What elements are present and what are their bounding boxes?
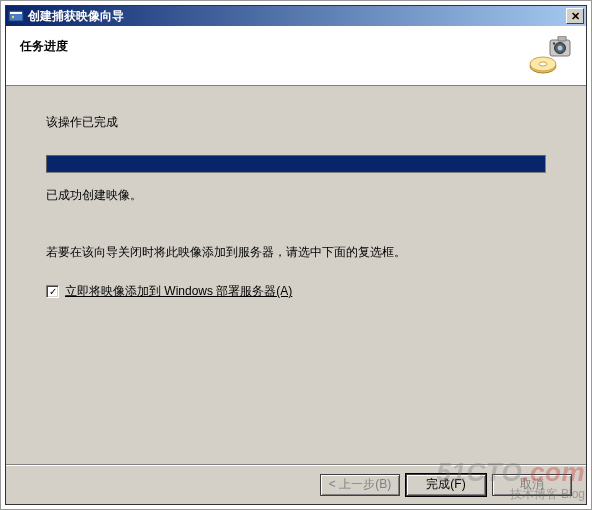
app-icon <box>8 8 24 24</box>
camera-cd-icon <box>528 36 572 76</box>
svg-point-2 <box>12 16 14 18</box>
progress-fill <box>47 156 545 172</box>
svg-point-9 <box>558 46 563 51</box>
success-message: 已成功创建映像。 <box>46 187 546 204</box>
finish-button[interactable]: 完成(F) <box>406 474 486 496</box>
header-panel: 任务进度 <box>6 26 586 86</box>
checkbox-label[interactable]: 立即将映像添加到 Windows 部署服务器(A) <box>65 283 292 300</box>
operation-status: 该操作已完成 <box>46 114 546 131</box>
window-title: 创建捕获映像向导 <box>28 8 566 25</box>
page-title: 任务进度 <box>20 38 68 55</box>
svg-rect-1 <box>10 12 22 14</box>
progress-bar <box>46 155 546 173</box>
cancel-button: 取消 <box>492 474 572 496</box>
svg-rect-7 <box>558 36 566 41</box>
titlebar: 创建捕获映像向导 ✕ <box>6 6 586 26</box>
button-panel: < 上一步(B) 完成(F) 取消 <box>6 464 586 504</box>
add-to-server-checkbox-row: ✓ 立即将映像添加到 Windows 部署服务器(A) <box>46 283 546 300</box>
checkbox-hint: 若要在该向导关闭时将此映像添加到服务器，请选中下面的复选框。 <box>46 244 546 261</box>
back-button: < 上一步(B) <box>320 474 400 496</box>
close-button[interactable]: ✕ <box>566 8 584 24</box>
wizard-window: 创建捕获映像向导 ✕ 任务进度 该操作已完成 <box>5 5 587 505</box>
svg-point-5 <box>539 62 547 66</box>
svg-point-10 <box>553 42 555 44</box>
add-to-server-checkbox[interactable]: ✓ <box>46 285 59 298</box>
content-panel: 该操作已完成 已成功创建映像。 若要在该向导关闭时将此映像添加到服务器，请选中下… <box>6 86 586 464</box>
